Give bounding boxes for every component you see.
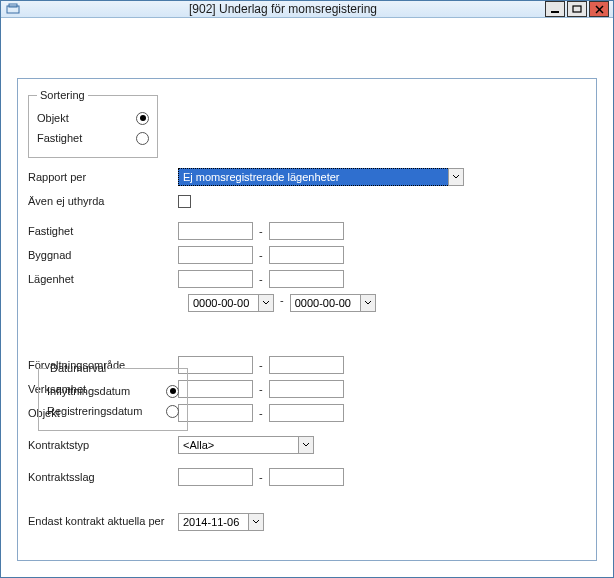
kontraktsslag-label: Kontraktsslag <box>28 471 178 483</box>
dash: - <box>259 249 263 261</box>
fastighet-from-input[interactable] <box>178 222 253 240</box>
dash: - <box>280 294 284 306</box>
byggnad-label: Byggnad <box>28 249 178 261</box>
endast-kontrakt-combo[interactable]: 2014-11-06 <box>178 513 264 531</box>
dash: - <box>259 407 263 419</box>
byggnad-from-input[interactable] <box>178 246 253 264</box>
sortering-group: Sortering Objekt Fastighet <box>28 89 158 158</box>
form-panel: Sortering Objekt Fastighet Rapport per E… <box>17 78 597 561</box>
byggnad-to-input[interactable] <box>269 246 344 264</box>
objekt-to-input[interactable] <box>269 404 344 422</box>
client-area: Sortering Objekt Fastighet Rapport per E… <box>1 18 613 577</box>
chevron-down-icon[interactable] <box>248 513 264 531</box>
maximize-button[interactable] <box>567 1 587 17</box>
kontraktsslag-from-input[interactable] <box>178 468 253 486</box>
aven-ej-uthyrda-label: Även ej uthyrda <box>28 195 178 207</box>
rapport-per-combo[interactable]: Ej momsregistrerade lägenheter <box>178 168 464 186</box>
verksamhet-from-input[interactable] <box>178 380 253 398</box>
inflyttning-radio[interactable] <box>166 385 179 398</box>
registrering-label: Registreringsdatum <box>47 405 142 417</box>
svg-rect-3 <box>573 6 581 12</box>
datumurval-group: Datumurval Inflyttningsdatum Registrerin… <box>38 362 188 431</box>
rapport-per-label: Rapport per <box>28 171 178 183</box>
svg-rect-2 <box>551 11 559 13</box>
registrering-radio[interactable] <box>166 405 179 418</box>
kontraktstyp-label: Kontraktstyp <box>28 439 178 451</box>
dash: - <box>259 471 263 483</box>
title-controls <box>545 1 609 17</box>
sortering-fastighet-label: Fastighet <box>37 132 82 144</box>
sortering-legend: Sortering <box>37 89 88 101</box>
dash: - <box>259 225 263 237</box>
chevron-down-icon[interactable] <box>298 436 314 454</box>
rapport-per-value: Ej momsregistrerade lägenheter <box>178 168 448 186</box>
verksamhet-to-input[interactable] <box>269 380 344 398</box>
lagenhet-to-input[interactable] <box>269 270 344 288</box>
inflyttning-label: Inflyttningsdatum <box>47 385 130 397</box>
sortering-objekt-label: Objekt <box>37 112 69 124</box>
form-rows: Rapport per Ej momsregistrerade lägenhet… <box>28 166 586 538</box>
sortering-fastighet-radio[interactable] <box>136 132 149 145</box>
kontraktstyp-combo[interactable]: <Alla> <box>178 436 314 454</box>
fastighet-label: Fastighet <box>28 225 178 237</box>
window-title: [902] Underlag för momsregistering <box>21 2 545 16</box>
app-icon <box>5 1 21 17</box>
kontraktsslag-to-input[interactable] <box>269 468 344 486</box>
objekt-from-input[interactable] <box>178 404 253 422</box>
kontraktstyp-value: <Alla> <box>178 436 298 454</box>
endast-kontrakt-label: Endast kontrakt aktuella per <box>28 515 178 528</box>
date-from-value: 0000-00-00 <box>188 294 258 312</box>
forvaltningsomrade-from-input[interactable] <box>178 356 253 374</box>
window: [902] Underlag för momsregistering Sorte… <box>0 0 614 578</box>
dash: - <box>259 273 263 285</box>
lagenhet-from-input[interactable] <box>178 270 253 288</box>
lagenhet-label: Lägenhet <box>28 273 178 285</box>
chevron-down-icon[interactable] <box>360 294 376 312</box>
close-button[interactable] <box>589 1 609 17</box>
chevron-down-icon[interactable] <box>258 294 274 312</box>
forvaltningsomrade-to-input[interactable] <box>269 356 344 374</box>
endast-kontrakt-value: 2014-11-06 <box>178 513 248 531</box>
minimize-button[interactable] <box>545 1 565 17</box>
date-to-value: 0000-00-00 <box>290 294 360 312</box>
titlebar: [902] Underlag för momsregistering <box>1 1 613 18</box>
dash: - <box>259 383 263 395</box>
datumurval-legend: Datumurval <box>47 362 109 374</box>
date-from-combo[interactable]: 0000-00-00 <box>188 294 274 312</box>
chevron-down-icon[interactable] <box>448 168 464 186</box>
fastighet-to-input[interactable] <box>269 222 344 240</box>
sortering-objekt-radio[interactable] <box>136 112 149 125</box>
date-to-combo[interactable]: 0000-00-00 <box>290 294 376 312</box>
dash: - <box>259 359 263 371</box>
aven-ej-uthyrda-checkbox[interactable] <box>178 195 191 208</box>
